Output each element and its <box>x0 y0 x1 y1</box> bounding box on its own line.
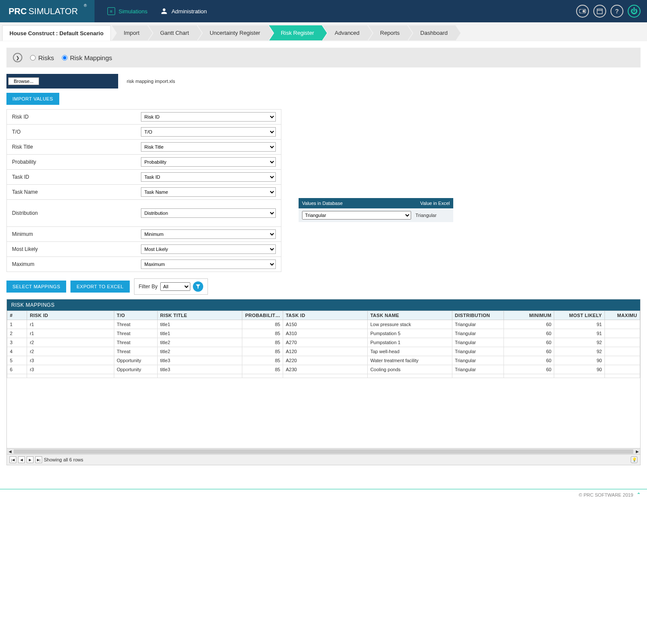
map-row-maximum: MaximumMaximum <box>6 257 281 272</box>
filter-select[interactable]: All <box>160 282 190 291</box>
map-row-t-o: T/OT/O <box>6 125 281 140</box>
expand-icon[interactable]: ❯ <box>13 53 22 62</box>
calendar-icon[interactable] <box>593 5 606 18</box>
logo: PRCSIMULATOR ® <box>0 0 95 22</box>
risk-mappings-grid: RISK MAPPINGS #RISK IDT/ORISK TITLEPROBA… <box>6 299 641 465</box>
map-row-most-likely: Most LikelyMost Likely <box>6 242 281 257</box>
field-select[interactable]: Probability <box>141 157 276 167</box>
col-header[interactable]: PROBABILIT… <box>242 311 283 320</box>
tab-reports[interactable]: Reports <box>368 25 408 40</box>
table-row[interactable]: 1r1Threattitle185A150Low pressure stackT… <box>7 320 640 329</box>
radio-risks-label[interactable]: Risks <box>38 54 54 61</box>
map-row-task-name: Task NameTask Name <box>6 185 281 200</box>
svg-rect-2 <box>597 9 602 14</box>
radio-risk-mappings[interactable] <box>62 55 67 61</box>
table-row[interactable]: 2r1Threattitle185A310Pumpstation 5Triang… <box>7 329 640 338</box>
field-select[interactable]: Distribution <box>141 208 276 218</box>
field-select[interactable]: Most Likely <box>141 244 276 254</box>
col-header[interactable]: MINIMUM <box>504 311 554 320</box>
field-label: Most Likely <box>12 246 141 252</box>
grid-footer-text: Showing all 6 rows <box>44 457 83 462</box>
page-next-button[interactable]: ▶ <box>27 456 34 463</box>
map-row-probability: ProbabilityProbability <box>6 155 281 170</box>
radio-risks[interactable] <box>30 55 36 61</box>
sub-header: ❯ Risks Risk Mappings <box>6 48 641 67</box>
tab-uncertainty-register[interactable]: Uncertainty Register <box>198 25 268 40</box>
db-value-select[interactable]: Triangular <box>302 211 411 220</box>
filter-box: Filter By All <box>134 278 208 295</box>
tab-import[interactable]: Import <box>112 25 147 40</box>
field-label: Risk ID <box>12 114 141 120</box>
tab-dashboard[interactable]: Dashboard <box>408 25 455 40</box>
tab-risk-register[interactable]: Risk Register <box>269 25 322 40</box>
filter-label: Filter By <box>139 284 158 290</box>
breadcrumb-tabs: House Construct : Default Scenario Impor… <box>0 22 647 41</box>
grid-h-scroll[interactable]: ◀ ▶ <box>7 448 640 454</box>
grid-title: RISK MAPPINGS <box>7 299 640 311</box>
tab-gantt-chart[interactable]: Gantt Chart <box>148 25 197 40</box>
field-label: T/O <box>12 129 141 135</box>
scroll-left-icon[interactable]: ◀ <box>7 449 13 454</box>
import-values-button[interactable]: IMPORT VALUES <box>6 93 59 105</box>
hint-icon[interactable]: 💡 <box>631 456 638 463</box>
field-select[interactable]: T/O <box>141 127 276 137</box>
browse-button[interactable]: Browse... <box>8 77 39 85</box>
tab-advanced[interactable]: Advanced <box>323 25 367 40</box>
field-label: Task ID <box>12 174 141 180</box>
table-row[interactable]: 5r3Opportunitytitle385A220Water treatmen… <box>7 356 640 365</box>
field-label: Probability <box>12 159 141 165</box>
table-row[interactable]: 3r2Threattitle285A270Pumpstation 1Triang… <box>7 338 640 347</box>
map-row-risk-title: Risk TitleRisk Title <box>6 140 281 155</box>
col-header[interactable]: RISK TITLE <box>157 311 242 320</box>
file-upload: Browse... <box>6 74 118 89</box>
field-select[interactable]: Risk ID <box>141 112 276 122</box>
excel-value: Triangular <box>415 213 450 218</box>
col-header[interactable]: RISK ID <box>27 311 114 320</box>
col-header[interactable]: MOST LIKELY <box>554 311 605 320</box>
col-header[interactable]: TASK ID <box>283 311 368 320</box>
scroll-top-icon[interactable]: ⌃ <box>637 492 641 497</box>
values-db-header: Values in Database <box>299 198 417 208</box>
col-header[interactable]: TASK NAME <box>367 311 452 320</box>
list-icon: ≡ <box>107 7 115 15</box>
field-select[interactable]: Maximum <box>141 259 276 269</box>
select-mappings-button[interactable]: SELECT MAPPINGS <box>6 281 66 293</box>
map-row-task-id: Task IDTask ID <box>6 170 281 185</box>
field-label: Minimum <box>12 231 141 237</box>
mapping-form: Risk IDRisk IDT/OT/ORisk TitleRisk Title… <box>6 109 641 272</box>
field-label: Maximum <box>12 261 141 267</box>
map-row-minimum: MinimumMinimum <box>6 227 281 242</box>
topbar: PRCSIMULATOR ® ≡ Simulations Administrat… <box>0 0 647 22</box>
field-select[interactable]: Task ID <box>141 172 276 182</box>
scroll-right-icon[interactable]: ▶ <box>634 449 640 454</box>
field-select[interactable]: Risk Title <box>141 142 276 152</box>
field-label: Task Name <box>12 189 141 195</box>
field-label: Risk Title <box>12 144 141 150</box>
field-label: Distribution <box>12 210 141 216</box>
col-header[interactable]: DISTRIBUTION <box>452 311 504 320</box>
filter-icon[interactable] <box>193 281 203 292</box>
svg-point-1 <box>583 10 585 12</box>
page-last-button[interactable]: ▶| <box>35 456 42 463</box>
table-row[interactable]: 6r3Opportunitytitle385A230Cooling pondsT… <box>7 365 640 374</box>
page-prev-button[interactable]: ◀ <box>18 456 25 463</box>
toggle-icon[interactable] <box>576 5 589 18</box>
uploaded-filename: risk mapping import.xls <box>123 77 196 85</box>
field-select[interactable]: Task Name <box>141 187 276 197</box>
nav-simulations[interactable]: ≡ Simulations <box>107 7 147 15</box>
help-icon[interactable]: ? <box>610 5 623 18</box>
user-icon <box>160 7 168 15</box>
field-select[interactable]: Minimum <box>141 229 276 239</box>
values-compare-box: Values in Database Value in Excel Triang… <box>299 198 453 222</box>
col-header[interactable]: T/O <box>114 311 157 320</box>
power-icon[interactable]: ⏻ <box>628 5 641 18</box>
registered-icon: ® <box>84 3 87 8</box>
export-excel-button[interactable]: EXPORT TO EXCEL <box>70 281 129 293</box>
nav-administration[interactable]: Administration <box>160 7 207 15</box>
table-row[interactable]: 4r2Threattitle285A120Tap well-headTriang… <box>7 347 640 356</box>
radio-risk-mappings-label[interactable]: Risk Mappings <box>70 54 112 61</box>
col-header[interactable]: # <box>7 311 27 320</box>
page-first-button[interactable]: |◀ <box>9 456 16 463</box>
map-row-risk-id: Risk IDRisk ID <box>6 109 281 125</box>
col-header[interactable]: MAXIMU <box>604 311 640 320</box>
